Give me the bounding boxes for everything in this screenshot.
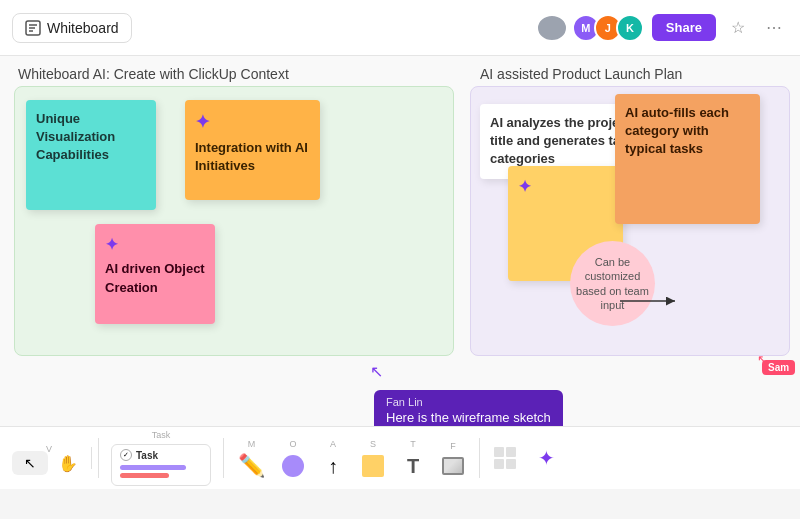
sticky-pink[interactable]: ✦ AI driven Object Creation <box>95 224 215 324</box>
toolbar-label-a: A <box>330 439 336 449</box>
toolbar-label-s: S <box>370 439 376 449</box>
clickup-brand-icon: ✦ <box>538 446 555 470</box>
sam-cursor-label: Sam <box>762 360 795 375</box>
avatar-4: K <box>616 14 644 42</box>
frame-icon <box>442 457 464 475</box>
divider-3 <box>479 438 480 478</box>
toolbar: V ↖ ✋ Task ✓ Task M ✏️ O A ↑ <box>0 426 800 489</box>
header-right: M J K Share ☆ ⋯ <box>536 14 788 42</box>
task-card-preview: ✓ Task <box>111 444 211 486</box>
sticky-teal[interactable]: Unique Visualization Capabilities <box>26 100 156 210</box>
avatar-1 <box>536 14 568 42</box>
task-bar-2 <box>120 473 169 478</box>
toolbar-label-o: O <box>289 439 296 449</box>
sticky-pink-text: AI driven Object Creation <box>105 261 205 294</box>
tooltip-text: Here is the wireframe sketch <box>386 410 551 425</box>
circle-tool[interactable]: O <box>275 435 311 481</box>
more-icon-1 <box>494 447 518 469</box>
text-tool[interactable]: T T <box>395 435 431 482</box>
toolbar-label-m: M <box>248 439 256 449</box>
sticky-orange-text: Integration with AI Initiatives <box>195 140 308 173</box>
sticky-teal-text: Unique Visualization Capabilities <box>36 111 115 162</box>
clickup-tool[interactable]: ✦ <box>528 442 564 474</box>
section2-label: AI assisted Product Launch Plan <box>480 66 682 82</box>
header: Whiteboard M J K Share ☆ ⋯ <box>0 0 800 56</box>
tooltip-name: Fan Lin <box>386 396 551 408</box>
toolbar-label-t: T <box>410 439 416 449</box>
menu-icon[interactable]: ⋯ <box>760 14 788 42</box>
grid-cell <box>494 447 504 457</box>
toolbar-label-f: F <box>450 441 456 451</box>
circle-icon <box>282 455 304 477</box>
clickup-logo-orange: ✦ <box>195 110 310 135</box>
sticky-orange[interactable]: ✦ Integration with AI Initiatives <box>185 100 320 200</box>
clickup-logo-pink: ✦ <box>105 234 205 256</box>
sticky-tool[interactable]: S <box>355 435 391 481</box>
task-bar-1 <box>120 465 186 470</box>
grid-cell <box>506 447 516 457</box>
divider-1 <box>98 438 99 478</box>
avatar-group: M J K <box>572 14 644 42</box>
cursor-arrow-icon: ↖ <box>370 362 383 381</box>
marker-tool[interactable]: M ✏️ <box>232 435 271 481</box>
header-left: Whiteboard <box>12 13 132 43</box>
whiteboard-icon <box>25 20 41 36</box>
marker-icon: ✏️ <box>238 455 265 477</box>
frame-tool[interactable]: F <box>435 437 471 479</box>
whiteboard-tab[interactable]: Whiteboard <box>12 13 132 43</box>
arrow-icon: ↑ <box>328 455 338 478</box>
sticky-white-text: AI analyzes the project title and genera… <box>490 115 635 166</box>
task-tool[interactable]: Task ✓ Task <box>107 426 215 489</box>
arrow-tool[interactable]: A ↑ <box>315 435 351 482</box>
toolbar-section-v: V ↖ ✋ <box>8 440 90 477</box>
canvas: Whiteboard AI: Create with ClickUp Conte… <box>0 56 800 426</box>
grid-cell <box>506 459 516 469</box>
sticky-orange2[interactable]: AI auto-fills each category with typical… <box>615 94 760 224</box>
sticky-icon <box>362 455 384 477</box>
fan-lin-tooltip: Fan Lin Here is the wireframe sketch <box>374 390 563 426</box>
section1-label: Whiteboard AI: Create with ClickUp Conte… <box>18 66 289 82</box>
star-icon[interactable]: ☆ <box>724 14 752 42</box>
grid-cell <box>494 459 504 469</box>
more-tool-1[interactable] <box>488 443 524 473</box>
task-check-icon: ✓ <box>120 449 132 461</box>
select-tool[interactable]: ↖ <box>12 451 48 475</box>
hand-tool[interactable]: ✋ <box>50 450 86 477</box>
sticky-orange2-text: AI auto-fills each category with typical… <box>625 105 729 156</box>
toolbar-label-task: Task <box>152 430 171 440</box>
task-card-label: Task <box>136 450 158 461</box>
clickup-logo-yellow: ✦ <box>518 176 613 198</box>
select-icon: ↖ <box>24 455 36 471</box>
text-icon: T <box>407 455 419 478</box>
hand-icon: ✋ <box>58 454 78 473</box>
divider-2 <box>223 438 224 478</box>
whiteboard-title: Whiteboard <box>47 20 119 36</box>
arrow-svg <box>610 276 690 326</box>
share-button[interactable]: Share <box>652 14 716 41</box>
